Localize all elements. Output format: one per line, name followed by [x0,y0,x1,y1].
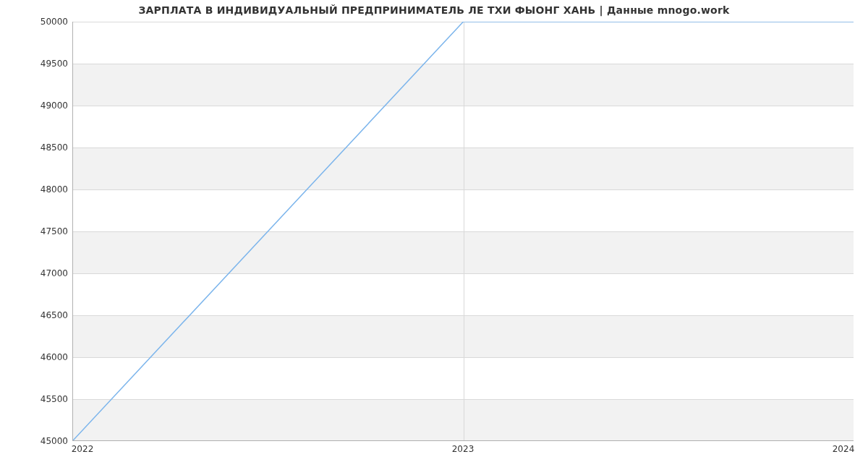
chart-title: ЗАРПЛАТА В ИНДИВИДУАЛЬНЫЙ ПРЕДПРИНИМАТЕЛ… [0,4,868,16]
x-tick-label: 2023 [452,444,475,454]
series-line [73,22,854,440]
y-tick-label: 47000 [10,268,68,278]
y-tick-label: 50000 [10,17,68,27]
series-line-layer [73,22,854,440]
x-tick-label: 2022 [72,444,94,454]
y-tick-label: 49000 [10,101,68,111]
y-tick-label: 47500 [10,226,68,236]
y-tick-label: 45500 [10,394,68,404]
x-tick-label: 2024 [833,444,855,454]
chart-container: ЗАРПЛАТА В ИНДИВИДУАЛЬНЫЙ ПРЕДПРИНИМАТЕЛ… [0,0,868,470]
y-tick-label: 46500 [10,310,68,320]
y-tick-label: 45000 [10,436,68,446]
y-tick-label: 48500 [10,142,68,153]
y-tick-label: 46000 [10,352,68,362]
y-tick-label: 48000 [10,184,68,195]
y-tick-label: 49500 [10,59,68,69]
plot-area [72,22,854,441]
